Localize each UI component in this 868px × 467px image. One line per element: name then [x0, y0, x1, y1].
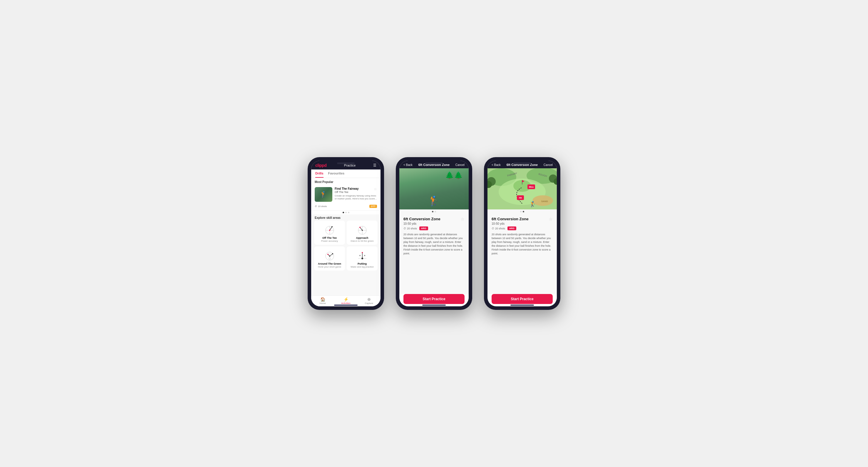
tab-drills[interactable]: Drills — [315, 169, 323, 178]
skill-card-atg[interactable]: Around The Green Hone your short game — [314, 246, 345, 270]
skills-grid: Off The Tee Power accuracy — [311, 221, 380, 273]
trees-decoration: 🌲🌲 — [445, 171, 463, 179]
back-button[interactable]: < Back — [403, 163, 412, 167]
dot-1[interactable] — [343, 212, 344, 213]
drill-shots: ⏱ 20 shots — [403, 227, 417, 230]
golfer-figure: 🏌️ — [428, 195, 440, 206]
ott-desc: Power accuracy — [321, 240, 338, 242]
capture-icon: ⊕ — [367, 297, 371, 302]
drill-meta: ⏱ 20 shots ARG — [403, 227, 465, 230]
app-logo: clippd — [315, 163, 327, 168]
ott-icon — [322, 224, 337, 235]
bottom-nav: 🏠 Home ⚡ Activities ⊕ Capture — [311, 296, 380, 306]
dot-1[interactable] — [520, 211, 522, 212]
clock-icon: ⏱ — [403, 227, 406, 230]
svg-point-11 — [362, 230, 363, 231]
skill-card-approach[interactable]: Approach Dial-in to hit the green — [347, 221, 378, 245]
drill-title: 6ft Conversion Zone — [492, 217, 529, 221]
drill-meta: ⏱ 20 shots ARG — [492, 227, 553, 230]
explore-label: Explore skill areas — [311, 214, 380, 221]
card-title: Find The Fairway — [335, 187, 359, 190]
svg-point-22 — [362, 258, 363, 259]
svg-point-24 — [364, 255, 365, 256]
svg-text:🏌️: 🏌️ — [529, 201, 536, 207]
drill-description: 20 shots are randomly generated at dista… — [403, 233, 465, 256]
drill-description: 20 shots are randomly generated at dista… — [492, 233, 553, 256]
featured-card[interactable]: Find The Fairway Off The Tee ☆ Create an… — [311, 185, 380, 210]
atg-name: Around The Green — [318, 262, 341, 265]
nav-home[interactable]: 🏠 Home — [311, 297, 334, 305]
dot-1[interactable] — [432, 211, 433, 212]
dot-2[interactable] — [435, 211, 436, 212]
drill-star[interactable]: ☆ — [461, 217, 465, 222]
svg-point-15 — [332, 253, 333, 254]
atg-desc: Hone your short game — [318, 266, 341, 268]
drill-body: 6ft Conversion Zone ☆ 10-50 yds ⏱ 20 sho… — [488, 214, 557, 294]
svg-point-4 — [332, 226, 333, 227]
ott-name: Off The Tee — [322, 236, 337, 239]
svg-point-17 — [327, 254, 329, 255]
header-title: Practice — [344, 164, 356, 167]
drill-image: 🌲🌲 🏌️ — [399, 168, 469, 209]
phone-1: clippd Practice ☰ Drills Favourites Most… — [308, 157, 384, 310]
tab-favourites[interactable]: Favourites — [328, 169, 345, 178]
clock-icon: ⏱ — [315, 205, 317, 208]
dot-3[interactable] — [348, 212, 349, 213]
approach-icon — [355, 224, 370, 235]
svg-text:SAND: SAND — [541, 200, 548, 203]
menu-icon[interactable]: ☰ — [373, 163, 376, 167]
svg-point-13 — [329, 258, 331, 259]
image-dots — [399, 209, 469, 214]
card-text: Find The Fairway Off The Tee ☆ Create an… — [335, 187, 377, 201]
image-dots — [488, 209, 557, 214]
drill-shots: ⏱ 20 shots — [492, 227, 505, 230]
nav-activities[interactable]: ⚡ Activities — [334, 297, 358, 305]
phone1-header: clippd Practice ☰ — [311, 161, 380, 169]
start-practice-button[interactable]: Start Practice — [403, 294, 465, 304]
phone2-header: < Back 6ft Conversion Zone Cancel — [399, 161, 469, 168]
drill-star[interactable]: ☆ — [549, 217, 553, 222]
putting-desc: Make and lag practice — [350, 266, 373, 268]
badge-arg: ARG — [419, 227, 428, 230]
svg-point-18 — [329, 256, 330, 257]
card-subtitle: Off The Tee — [335, 191, 359, 194]
approach-name: Approach — [356, 236, 368, 239]
svg-line-3 — [330, 227, 332, 230]
nav-capture[interactable]: ⊕ Capture — [357, 297, 380, 305]
svg-point-23 — [360, 255, 361, 256]
card-image — [315, 187, 332, 202]
atg-icon — [322, 249, 337, 261]
activities-icon: ⚡ — [343, 297, 348, 302]
tabs-bar: Drills Favourites — [311, 169, 380, 178]
skill-card-putting[interactable]: Putting Make and lag practice — [347, 246, 378, 270]
svg-point-5 — [329, 230, 330, 231]
start-practice-button[interactable]: Start Practice — [492, 294, 553, 304]
cancel-button[interactable]: Cancel — [544, 163, 553, 167]
drill-body: 6ft Conversion Zone ☆ 10-50 yds ⏱ 20 sho… — [399, 214, 469, 294]
drill-map-image: Hit Miss FAIRWAY ROUGH SAND 🏌️ — [488, 168, 557, 209]
dot-2[interactable] — [523, 211, 524, 212]
skill-card-ott[interactable]: Off The Tee Power accuracy — [314, 221, 345, 245]
main-content: Most Popular Find The Fairway Off The Te… — [311, 178, 380, 296]
cancel-button[interactable]: Cancel — [456, 163, 465, 167]
card-star[interactable]: ☆ — [374, 187, 377, 191]
phone-3: < Back 6ft Conversion Zone Cancel — [484, 157, 560, 310]
activities-label: Activities — [341, 302, 350, 305]
phone-2: < Back 6ft Conversion Zone Cancel 🌲🌲 🏌️ … — [396, 157, 472, 310]
badge-arg: ARG — [507, 227, 516, 230]
home-label: Home — [320, 302, 326, 305]
svg-point-10 — [360, 227, 361, 228]
svg-point-21 — [362, 252, 363, 253]
capture-label: Capture — [365, 302, 373, 305]
back-button[interactable]: < Back — [492, 163, 501, 167]
drill-yardage: 10-50 yds — [492, 222, 553, 225]
badge-ott: OTT — [369, 205, 377, 208]
header-title: 6ft Conversion Zone — [506, 163, 538, 167]
putting-name: Putting — [358, 262, 367, 265]
dot-2[interactable] — [345, 212, 347, 213]
svg-text:Miss: Miss — [529, 186, 534, 188]
header-title: 6ft Conversion Zone — [418, 163, 450, 167]
clock-icon: ⏱ — [492, 227, 494, 230]
approach-desc: Dial-in to hit the green — [350, 240, 373, 242]
drill-title: 6ft Conversion Zone — [403, 217, 440, 221]
